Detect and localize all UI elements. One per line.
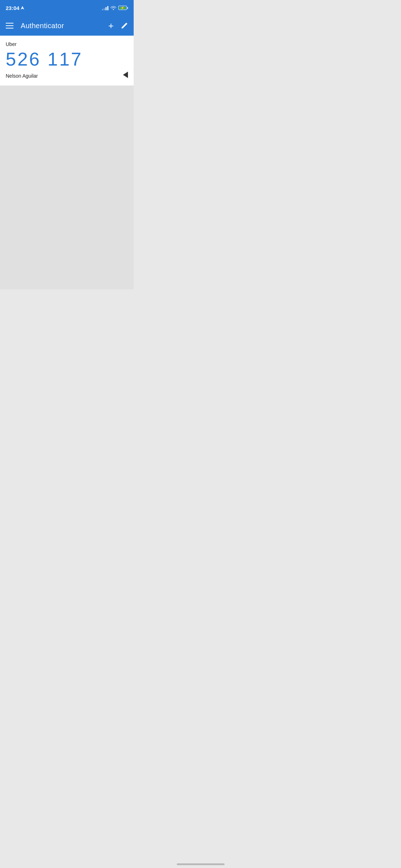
- signal-bar-2: [104, 8, 105, 10]
- status-time: 23:04: [6, 5, 24, 11]
- pencil-icon: [121, 22, 128, 29]
- status-bar: 23:04 ⚡: [0, 0, 134, 16]
- location-arrow-icon: [21, 6, 24, 10]
- signal-bar-1: [102, 9, 103, 10]
- timer-icon: [123, 72, 128, 80]
- edit-button[interactable]: [121, 22, 128, 29]
- charging-bolt-icon: ⚡: [120, 6, 124, 10]
- content-area: Uber 526 117 Nelson Aguilar: [0, 36, 134, 86]
- app-bar-right: +: [108, 20, 128, 31]
- add-account-button[interactable]: +: [108, 20, 114, 31]
- signal-bar-4: [107, 6, 108, 10]
- signal-bar-3: [106, 7, 107, 10]
- time-display: 23:04: [6, 5, 19, 11]
- svg-marker-0: [21, 6, 24, 10]
- app-bar: Authenticator +: [0, 16, 134, 36]
- account-service: Uber: [6, 41, 128, 47]
- app-title: Authenticator: [21, 22, 64, 30]
- hamburger-line-2: [6, 25, 14, 26]
- empty-area: [0, 86, 134, 289]
- status-icons: ⚡: [102, 5, 128, 10]
- app-bar-left: Authenticator: [6, 22, 64, 30]
- menu-button[interactable]: [6, 23, 14, 29]
- hamburger-line-3: [6, 28, 14, 29]
- account-code: 526 117: [6, 49, 128, 69]
- svg-marker-1: [123, 72, 128, 78]
- battery-tip: [127, 7, 128, 9]
- account-footer: Nelson Aguilar: [6, 72, 128, 80]
- signal-icon: [102, 5, 108, 10]
- countdown-triangle-icon: [123, 72, 128, 78]
- account-name: Nelson Aguilar: [6, 73, 38, 79]
- hamburger-line-1: [6, 23, 14, 24]
- battery-icon: ⚡: [118, 6, 128, 10]
- wifi-icon: [110, 6, 116, 10]
- account-card[interactable]: Uber 526 117 Nelson Aguilar: [0, 36, 134, 86]
